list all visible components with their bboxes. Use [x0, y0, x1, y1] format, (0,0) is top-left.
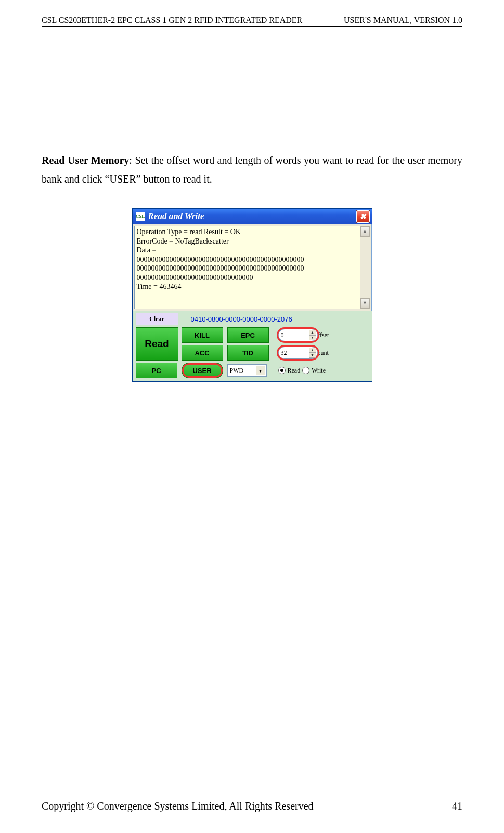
chevron-up-icon[interactable]: ▲ [309, 348, 316, 353]
chevron-up-icon[interactable]: ▲ [309, 330, 316, 335]
body-paragraph: Read User Memory: Set the offset word an… [42, 151, 462, 188]
count-label: Count [314, 349, 360, 357]
log-line: ErrorCode = NoTagBackscatter [137, 237, 368, 246]
write-radio-label: Write [312, 367, 326, 375]
scroll-up-icon[interactable]: ▲ [360, 226, 370, 237]
log-line: 00000000000000000000000000000000 [137, 273, 368, 283]
offset-value: 0 [281, 331, 284, 339]
header-right: USER'S MANUAL, VERSION 1.0 [344, 16, 462, 25]
read-radio-label: Read [288, 367, 301, 375]
read-radio[interactable] [278, 367, 286, 374]
epc-button[interactable]: EPC [227, 327, 269, 343]
acc-button[interactable]: ACC [182, 345, 223, 361]
embedded-screenshot: CSL Read and Write ✖ Operation Type = re… [0, 208, 504, 382]
tid-button[interactable]: TID [227, 345, 269, 361]
read-button[interactable]: Read [136, 327, 178, 361]
log-line: Data = [137, 246, 368, 255]
log-textarea[interactable]: Operation Type = read Result = OK ErrorC… [134, 226, 370, 309]
tag-id-value: 0410-0800-0000-0000-0000-2076 [191, 315, 292, 323]
pwd-select[interactable]: PWD [227, 364, 267, 377]
scroll-down-icon[interactable]: ▼ [360, 298, 370, 309]
clear-button[interactable]: Clear [136, 313, 178, 325]
scrollbar[interactable]: ▲ ▼ [360, 226, 370, 309]
offset-stepper[interactable]: 0 ▲▼ [278, 329, 318, 341]
page-header: CSL CS203ETHER-2 EPC CLASS 1 GEN 2 RFID … [42, 16, 462, 27]
window-title: Read and Write [148, 211, 204, 222]
page: CSL CS203ETHER-2 EPC CLASS 1 GEN 2 RFID … [0, 0, 504, 833]
body-lead: Read User Memory [42, 155, 129, 166]
log-line: 0000000000000000000000000000000000000000… [137, 255, 368, 264]
dialog-window: CSL Read and Write ✖ Operation Type = re… [132, 208, 372, 382]
count-value: 32 [281, 349, 287, 357]
log-line: Operation Type = read Result = OK [137, 227, 368, 237]
log-line: 0000000000000000000000000000000000000000… [137, 264, 368, 273]
title-bar[interactable]: CSL Read and Write ✖ [133, 209, 372, 224]
user-button[interactable]: USER [182, 363, 223, 378]
count-stepper[interactable]: 32 ▲▼ [278, 347, 318, 359]
page-footer: Copyright © Convergence Systems Limited,… [42, 800, 462, 812]
page-number: 41 [452, 800, 462, 812]
app-icon: CSL [136, 212, 145, 221]
write-radio[interactable] [302, 367, 309, 374]
pc-button[interactable]: PC [136, 363, 177, 378]
pwd-value: PWD [230, 367, 244, 375]
footer-copyright: Copyright © Convergence Systems Limited,… [42, 800, 314, 812]
kill-button[interactable]: KILL [182, 327, 223, 343]
chevron-down-icon[interactable]: ▼ [309, 353, 316, 358]
chevron-down-icon[interactable]: ▼ [309, 335, 316, 340]
offset-label: Offset [314, 331, 360, 339]
log-line: Time = 463464 [137, 282, 368, 291]
controls-panel: Clear 0410-0800-0000-0000-0000-2076 KILL… [133, 311, 372, 381]
header-left: CSL CS203ETHER-2 EPC CLASS 1 GEN 2 RFID … [42, 16, 302, 25]
close-icon[interactable]: ✖ [356, 210, 370, 223]
